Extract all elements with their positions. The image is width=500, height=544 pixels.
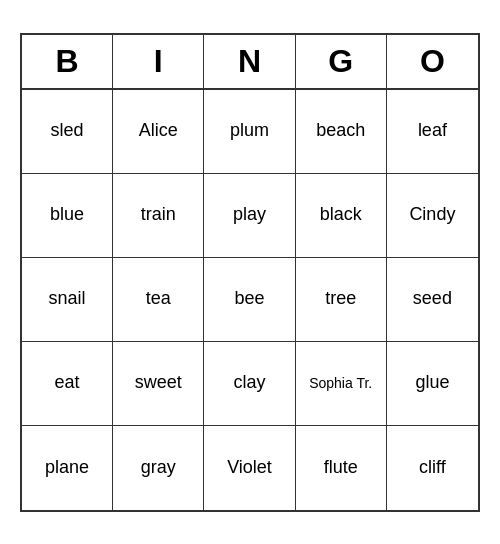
bingo-cell-r3-c0: eat — [22, 342, 113, 426]
bingo-card: BINGO sledAliceplumbeachleafbluetrainpla… — [20, 33, 480, 512]
bingo-cell-r0-c1: Alice — [113, 90, 204, 174]
bingo-cell-r1-c3: black — [296, 174, 387, 258]
bingo-cell-r4-c0: plane — [22, 426, 113, 510]
bingo-header-letter: O — [387, 35, 478, 88]
bingo-cell-r3-c1: sweet — [113, 342, 204, 426]
bingo-cell-r1-c0: blue — [22, 174, 113, 258]
bingo-grid: sledAliceplumbeachleafbluetrainplayblack… — [22, 90, 478, 510]
bingo-header: BINGO — [22, 35, 478, 90]
bingo-cell-r3-c4: glue — [387, 342, 478, 426]
bingo-cell-r2-c4: seed — [387, 258, 478, 342]
bingo-cell-r2-c3: tree — [296, 258, 387, 342]
bingo-cell-r1-c2: play — [204, 174, 295, 258]
bingo-header-letter: I — [113, 35, 204, 88]
bingo-header-letter: G — [296, 35, 387, 88]
bingo-cell-r3-c2: clay — [204, 342, 295, 426]
bingo-cell-r4-c1: gray — [113, 426, 204, 510]
bingo-cell-r0-c0: sled — [22, 90, 113, 174]
bingo-cell-r0-c4: leaf — [387, 90, 478, 174]
bingo-cell-r3-c3: Sophia Tr. — [296, 342, 387, 426]
bingo-cell-r2-c0: snail — [22, 258, 113, 342]
bingo-cell-r4-c3: flute — [296, 426, 387, 510]
bingo-cell-r2-c1: tea — [113, 258, 204, 342]
bingo-cell-r4-c4: cliff — [387, 426, 478, 510]
bingo-cell-r0-c2: plum — [204, 90, 295, 174]
bingo-cell-r0-c3: beach — [296, 90, 387, 174]
bingo-header-letter: B — [22, 35, 113, 88]
bingo-cell-r1-c4: Cindy — [387, 174, 478, 258]
bingo-cell-r4-c2: Violet — [204, 426, 295, 510]
bingo-cell-r2-c2: bee — [204, 258, 295, 342]
bingo-cell-r1-c1: train — [113, 174, 204, 258]
bingo-header-letter: N — [204, 35, 295, 88]
